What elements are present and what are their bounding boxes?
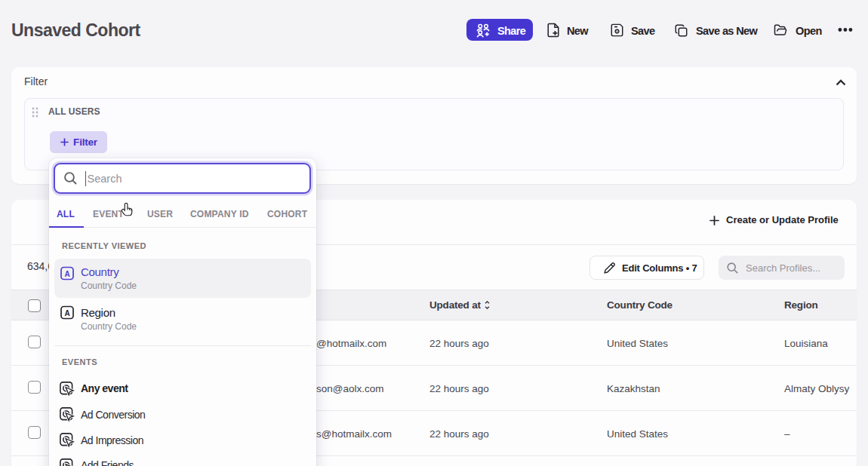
svg-text:A: A — [64, 270, 69, 278]
svg-text:A: A — [64, 309, 69, 317]
